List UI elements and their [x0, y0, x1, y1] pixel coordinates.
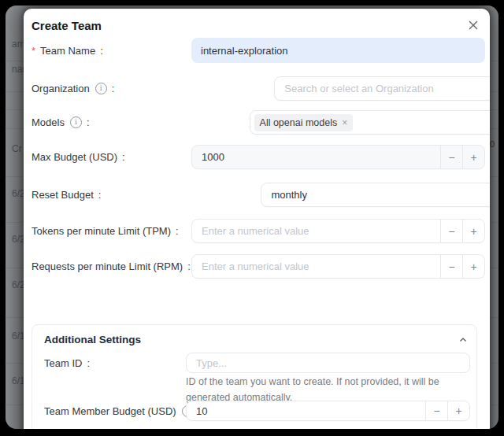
team-id-label: Team ID : [44, 353, 90, 373]
reset-budget-value: monthly [261, 189, 307, 201]
info-circle-icon[interactable]: i [95, 83, 107, 94]
decrement-button[interactable]: − [440, 146, 462, 168]
close-icon[interactable] [466, 18, 480, 32]
models-select[interactable]: All openai models × [250, 110, 490, 135]
background-text-fragment: Cr [12, 143, 22, 154]
info-circle-icon[interactable]: i [70, 116, 82, 128]
form-row-reset-budget: Reset Budget : monthly [32, 183, 484, 207]
increment-button[interactable]: + [462, 220, 484, 242]
model-tag: All openai models × [254, 114, 354, 131]
team-name-input[interactable] [191, 38, 485, 63]
form-row-team-name: * Team Name : [32, 38, 484, 63]
increment-button[interactable]: + [447, 401, 469, 420]
model-tag-label: All openai models [260, 117, 338, 128]
decrement-button[interactable]: − [440, 220, 462, 242]
max-budget-input[interactable] [192, 146, 440, 168]
chevron-up-icon[interactable] [458, 335, 468, 345]
background-text-fragment: 0 [490, 139, 495, 149]
form-row-rpm: Requests per minute Limit (RPM) : − + [32, 254, 484, 279]
reset-budget-select[interactable]: monthly [261, 183, 490, 207]
organization-label: Organization i : [32, 83, 114, 94]
additional-settings-title: Additional Settings [44, 334, 141, 345]
tag-close-icon[interactable]: × [342, 118, 347, 127]
member-budget-label: Team Member Budget (USD) ? : [44, 401, 201, 421]
max-budget-label: Max Budget (USD) : [32, 151, 125, 163]
create-team-modal: Create Team * Team Name : Organization [24, 9, 490, 429]
modal-title: Create Team [32, 19, 102, 32]
member-budget-input[interactable] [187, 401, 425, 420]
models-label: Models i : [32, 116, 90, 128]
form-row-tpm: Tokens per minute Limit (TPM) : − + [32, 219, 484, 243]
required-mark: * [32, 45, 35, 57]
organization-select[interactable]: Search or select an Organization [274, 76, 490, 101]
increment-button[interactable]: + [462, 146, 484, 168]
increment-button[interactable]: + [462, 255, 484, 278]
decrement-button[interactable]: − [440, 255, 462, 278]
form-row-max-budget: Max Budget (USD) : − + [32, 145, 484, 169]
tpm-number-field: − + [191, 219, 485, 243]
tpm-label: Tokens per minute Limit (TPM) : [32, 225, 179, 237]
organization-placeholder: Search or select an Organization [275, 83, 433, 94]
rpm-number-field: − + [191, 254, 485, 279]
team-name-label: * Team Name : [32, 45, 103, 57]
background-page-under-overlay: am nar Cr 6/2 6/2 6/2 6/1 6/1 0 Create T… [6, 6, 498, 429]
member-budget-number-field: − + [186, 401, 470, 421]
screenshot-stage: am nar Cr 6/2 6/2 6/2 6/1 6/1 0 Create T… [0, 0, 504, 436]
form-row-models: Models i : All openai models × [32, 110, 484, 135]
rpm-label: Requests per minute Limit (RPM) : [32, 260, 191, 272]
max-budget-number-field: − + [191, 145, 485, 169]
team-id-input-wrap [186, 353, 470, 373]
team-name-input-wrap [191, 38, 485, 63]
decrement-button[interactable]: − [425, 401, 447, 420]
form-row-organization: Organization i : Search or select an Org… [32, 76, 484, 101]
rpm-input[interactable] [192, 255, 440, 278]
team-id-input[interactable] [187, 353, 469, 372]
reset-budget-label: Reset Budget : [32, 189, 101, 201]
tpm-input[interactable] [192, 220, 440, 242]
additional-settings-panel: Additional Settings Team ID : ID of the … [32, 324, 477, 429]
